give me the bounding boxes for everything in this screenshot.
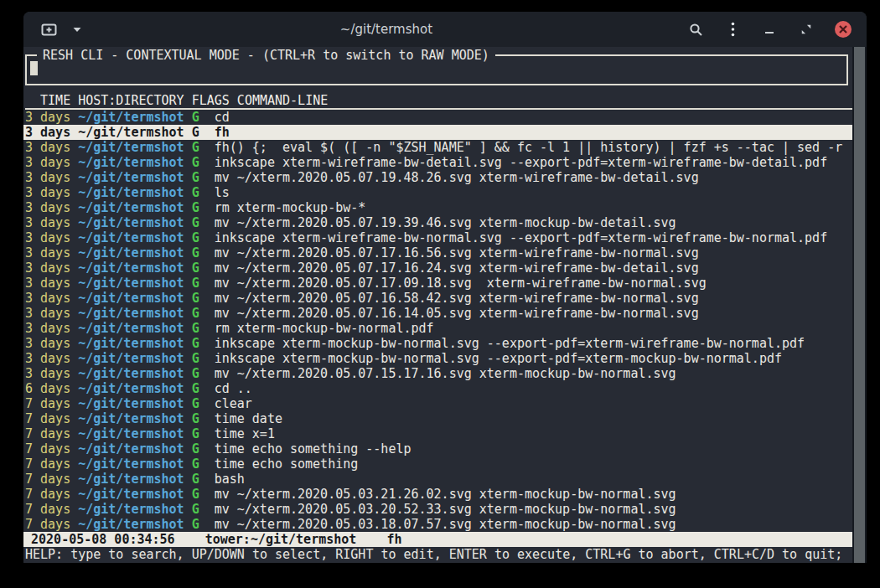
row-time: 7 days: [25, 472, 70, 487]
row-command: mv ~/xterm.2020.05.07.15.17.16.svg xterm…: [215, 366, 676, 381]
row-flags: G: [192, 517, 199, 532]
status-timestamp: 2020-05-08 00:34:56: [31, 532, 175, 547]
row-time: 3 days: [25, 291, 70, 306]
tab-chevron-button[interactable]: [67, 19, 87, 39]
history-row[interactable]: 3 days~/git/termshotGmv ~/xterm.2020.05.…: [23, 215, 852, 230]
row-command: mv ~/xterm.2020.05.07.19.48.26.svg xterm…: [215, 170, 699, 185]
row-time: 3 days: [25, 185, 70, 200]
row-command: rm xterm-mockup-bw-normal.pdf: [215, 321, 434, 336]
history-row[interactable]: 3 days~/git/termshotGmv ~/xterm.2020.05.…: [23, 366, 852, 381]
row-command: fh: [215, 125, 230, 140]
row-host-directory: ~/git/termshot: [78, 487, 184, 502]
row-host-directory: ~/git/termshot: [78, 517, 184, 532]
row-flags: G: [192, 291, 199, 306]
row-time: 3 days: [25, 170, 70, 185]
row-time: 3 days: [25, 200, 70, 215]
history-row[interactable]: 3 days~/git/termshotGrm xterm-mockup-bw-…: [23, 200, 852, 215]
history-row[interactable]: 3 days~/git/termshotGmv ~/xterm.2020.05.…: [23, 260, 852, 276]
row-host-directory: ~/git/termshot: [78, 230, 184, 245]
row-command: time echo something: [215, 456, 359, 472]
row-time: 7 days: [25, 441, 70, 456]
row-host-directory: ~/git/termshot: [78, 260, 184, 276]
search-input[interactable]: [30, 61, 843, 78]
row-flags: G: [192, 487, 199, 502]
menu-button[interactable]: [722, 19, 743, 39]
new-tab-icon: [41, 23, 57, 37]
row-flags: G: [192, 351, 199, 366]
minimize-button[interactable]: [759, 19, 779, 39]
terminal-content: RESH CLI - CONTEXTUAL MODE - (CTRL+R to …: [23, 54, 867, 563]
search-button[interactable]: [686, 19, 706, 39]
history-row[interactable]: 7 days~/git/termshotGmv ~/xterm.2020.05.…: [23, 517, 852, 532]
history-row[interactable]: 3 days~/git/termshotGmv ~/xterm.2020.05.…: [23, 306, 852, 321]
scrollbar[interactable]: [852, 47, 867, 563]
row-time: 3 days: [25, 125, 70, 140]
row-flags: G: [192, 366, 199, 381]
history-row[interactable]: 3 days~/git/termshotGrm xterm-mockup-bw-…: [23, 321, 852, 336]
titlebar: ~/git/termshot: [23, 12, 867, 47]
row-command: inkscape xterm-wireframe-bw-normal.svg -…: [215, 230, 828, 245]
row-time: 3 days: [25, 215, 70, 230]
row-flags: G: [192, 260, 199, 276]
history-row[interactable]: 3 days~/git/termshotGmv ~/xterm.2020.05.…: [23, 291, 852, 306]
window-title: ~/git/termshot: [87, 22, 686, 37]
row-host-directory: ~/git/termshot: [78, 291, 184, 306]
close-icon: [835, 21, 852, 38]
row-flags: G: [192, 185, 199, 200]
row-flags: G: [192, 155, 199, 170]
restore-button[interactable]: [796, 19, 816, 39]
history-row[interactable]: 3 days~/git/termshotGmv ~/xterm.2020.05.…: [23, 170, 852, 185]
row-time: 7 days: [25, 502, 70, 517]
row-flags: G: [192, 230, 199, 245]
history-row[interactable]: 3 days~/git/termshotGfh: [23, 125, 852, 140]
row-host-directory: ~/git/termshot: [78, 276, 184, 291]
history-row[interactable]: 7 days~/git/termshotGmv ~/xterm.2020.05.…: [23, 502, 852, 517]
history-row[interactable]: 3 days~/git/termshotGfh() {; eval $( ([ …: [23, 140, 852, 155]
history-row[interactable]: 3 days~/git/termshotGinkscape xterm-wire…: [23, 155, 852, 170]
row-command: time echo something --help: [215, 441, 412, 456]
table-header: TIME HOST:DIRECTORY FLAGS COMMAND-LINE: [25, 93, 852, 110]
row-flags: G: [192, 125, 199, 140]
row-host-directory: ~/git/termshot: [78, 125, 184, 140]
terminal-window: ~/git/termshot: [23, 12, 867, 563]
history-rows: 3 days~/git/termshotGcd3 days~/git/terms…: [23, 110, 867, 532]
row-command: mv ~/xterm.2020.05.07.16.58.42.svg xterm…: [215, 291, 699, 306]
history-row[interactable]: 7 days~/git/termshotGtime echo something…: [23, 441, 852, 456]
row-flags: G: [192, 170, 199, 185]
row-host-directory: ~/git/termshot: [78, 336, 184, 351]
history-row[interactable]: 3 days~/git/termshotGinkscape xterm-wire…: [23, 230, 852, 245]
history-row[interactable]: 7 days~/git/termshotGtime x=1: [23, 426, 852, 441]
history-row[interactable]: 6 days~/git/termshotGcd ..: [23, 381, 852, 396]
row-flags: G: [192, 441, 199, 456]
history-row[interactable]: 3 days~/git/termshotGls: [23, 185, 852, 200]
history-row[interactable]: 7 days~/git/termshotGtime date: [23, 411, 852, 426]
search-icon: [689, 23, 703, 37]
row-command: cd ..: [215, 381, 252, 396]
row-time: 6 days: [25, 381, 70, 396]
close-button[interactable]: [833, 19, 853, 39]
new-tab-button[interactable]: [39, 19, 59, 39]
row-time: 3 days: [25, 366, 70, 381]
history-row[interactable]: 3 days~/git/termshotGmv ~/xterm.2020.05.…: [23, 276, 852, 291]
history-row[interactable]: 7 days~/git/termshotGbash: [23, 472, 852, 487]
row-flags: G: [192, 456, 199, 472]
row-time: 3 days: [25, 155, 70, 170]
history-row[interactable]: 7 days~/git/termshotGtime echo something: [23, 456, 852, 472]
history-row[interactable]: 3 days~/git/termshotGcd: [23, 110, 852, 125]
history-row[interactable]: 7 days~/git/termshotGmv ~/xterm.2020.05.…: [23, 487, 852, 502]
history-row[interactable]: 7 days~/git/termshotGclear: [23, 396, 852, 411]
history-row[interactable]: 3 days~/git/termshotGinkscape xterm-mock…: [23, 336, 852, 351]
row-time: 3 days: [25, 336, 70, 351]
row-command: mv ~/xterm.2020.05.07.16.14.05.svg xterm…: [215, 306, 699, 321]
row-flags: G: [192, 245, 199, 260]
row-flags: G: [192, 472, 199, 487]
row-command: rm xterm-mockup-bw-*: [215, 200, 366, 215]
row-command: bash: [215, 472, 245, 487]
history-row[interactable]: 3 days~/git/termshotGinkscape xterm-mock…: [23, 351, 852, 366]
history-row[interactable]: 3 days~/git/termshotGmv ~/xterm.2020.05.…: [23, 245, 852, 260]
row-command: fh() {; eval $( ([ -n "$ZSH_NAME" ] && f…: [215, 140, 843, 155]
row-host-directory: ~/git/termshot: [78, 502, 184, 517]
row-time: 3 days: [25, 276, 70, 291]
row-flags: G: [192, 321, 199, 336]
titlebar-right-controls: [686, 19, 853, 39]
